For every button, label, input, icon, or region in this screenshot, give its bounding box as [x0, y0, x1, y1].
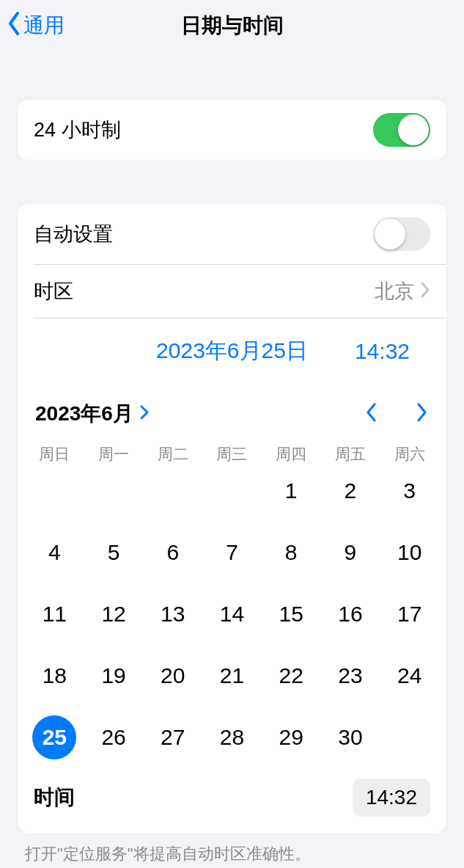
weekday-label: 周日 [25, 444, 84, 464]
calendar-day[interactable]: 1 [262, 469, 321, 513]
calendar-day[interactable]: 27 [143, 715, 202, 759]
label-auto-set: 自动设置 [34, 221, 113, 247]
row-summary: 2023年6月25日 14:32 [18, 318, 446, 382]
back-button[interactable]: 通用 [6, 10, 65, 42]
calendar-day[interactable]: 11 [25, 592, 84, 636]
calendar-blank [143, 469, 202, 513]
calendar-day[interactable]: 10 [380, 530, 439, 575]
calendar-day[interactable]: 15 [262, 592, 321, 636]
weekday-label: 周一 [84, 444, 144, 464]
weekday-label: 周五 [321, 444, 380, 464]
calendar-day[interactable]: 24 [380, 654, 439, 698]
row-24h: 24 小时制 [18, 100, 446, 160]
calendar-day[interactable]: 7 [202, 530, 262, 575]
calendar-day[interactable]: 16 [321, 592, 380, 636]
toggle-24h[interactable] [373, 113, 430, 147]
time-picker[interactable]: 14:32 [353, 778, 430, 817]
calendar-day[interactable]: 19 [84, 654, 144, 698]
calendar-blank [84, 469, 144, 513]
calendar-day[interactable]: 14 [202, 592, 262, 636]
calendar-day[interactable]: 5 [84, 530, 144, 575]
chevron-right-icon [420, 280, 430, 303]
page-title: 日期与时间 [0, 12, 464, 40]
calendar-blank [202, 469, 262, 513]
calendar-day[interactable]: 23 [321, 654, 380, 698]
calendar-day[interactable]: 22 [262, 654, 321, 698]
next-month-button[interactable] [414, 401, 429, 426]
calendar-day[interactable]: 26 [84, 715, 144, 759]
calendar-day[interactable]: 25 [25, 715, 84, 759]
month-picker[interactable]: 2023年6月 [35, 400, 150, 428]
calendar-day[interactable]: 4 [25, 530, 84, 575]
calendar-grid: 1234567891011121314151617181920212223242… [18, 469, 446, 765]
calendar-day[interactable]: 30 [321, 715, 380, 759]
weekday-label: 周二 [143, 444, 202, 464]
calendar-day[interactable]: 8 [262, 530, 321, 575]
chevron-right-icon [139, 402, 150, 426]
calendar-day[interactable]: 20 [143, 654, 202, 698]
calendar-day[interactable]: 9 [321, 530, 380, 575]
calendar-day[interactable]: 12 [84, 592, 144, 636]
value-timezone: 北京 [375, 278, 414, 304]
calendar-day[interactable]: 21 [202, 654, 262, 698]
calendar-day[interactable]: 17 [380, 592, 439, 636]
weekday-label: 周四 [262, 444, 321, 464]
calendar-day[interactable]: 13 [143, 592, 202, 636]
back-label: 通用 [23, 12, 65, 40]
group-datetime: 自动设置 时区 北京 2023年6月25日 14:32 2023年6月 [18, 204, 446, 833]
label-timezone: 时区 [34, 278, 73, 304]
footnote: 打开"定位服务"将提高自动时区准确性。 [25, 843, 439, 865]
row-auto-set: 自动设置 [18, 204, 446, 264]
weekday-header: 周日周一周二周三周四周五周六 [18, 435, 446, 469]
row-timezone[interactable]: 时区 北京 [18, 265, 446, 318]
group-24h: 24 小时制 [18, 100, 446, 160]
month-label: 2023年6月 [35, 400, 133, 428]
calendar-header: 2023年6月 [18, 382, 446, 435]
calendar-day[interactable]: 28 [202, 715, 262, 759]
prev-month-button[interactable] [364, 401, 379, 426]
calendar-day[interactable]: 18 [25, 654, 84, 698]
summary-date[interactable]: 2023年6月25日 [156, 336, 308, 366]
row-time: 时间 14:32 [18, 765, 446, 833]
label-time: 时间 [34, 784, 75, 812]
calendar-blank [25, 469, 84, 513]
label-24h: 24 小时制 [34, 117, 121, 143]
calendar-day[interactable]: 6 [143, 530, 202, 575]
toggle-auto-set[interactable] [373, 217, 430, 251]
calendar-day[interactable]: 3 [380, 469, 439, 513]
chevron-left-icon [6, 10, 22, 42]
weekday-label: 周六 [380, 444, 439, 464]
weekday-label: 周三 [202, 444, 262, 464]
calendar-day[interactable]: 2 [321, 469, 380, 513]
summary-time[interactable]: 14:32 [355, 339, 410, 364]
calendar-day[interactable]: 29 [262, 715, 321, 759]
